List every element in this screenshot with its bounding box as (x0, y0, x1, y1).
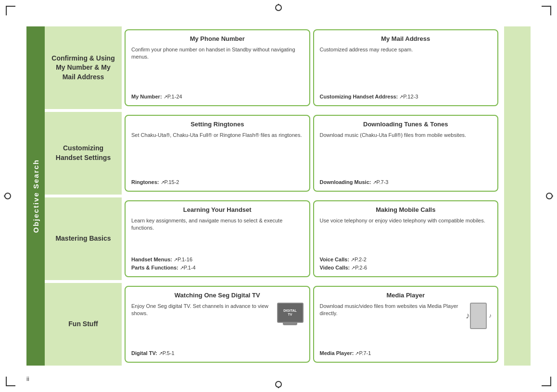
content-area: Confirming & Using My Number & My Mail A… (45, 26, 501, 366)
sidebar: Objective Search (26, 26, 45, 366)
card-desc-3-1: Download music/video files from websites… (320, 303, 461, 318)
sidebar-label: Objective Search (32, 159, 40, 233)
card-refs-2-1: Voice Calls: ↗P.2-2Video Calls: ↗P.2-6 (320, 256, 492, 271)
tv-illustration: DIGITALTV (277, 303, 304, 325)
cards-container-0: My Phone NumberConfirm your phone number… (122, 26, 501, 109)
card-refs-1-0: Ringtones: ↗P.15-2 (131, 178, 304, 186)
corner-mark-br (537, 372, 551, 386)
card-title-3-1: Media Player (320, 292, 492, 300)
category-1: Customizing Handset Settings (45, 112, 122, 195)
card-desc-2-1: Use voice telephony or enjoy video telep… (320, 217, 492, 253)
left-center-mark (4, 191, 13, 201)
card-desc-0-0: Confirm your phone number on handset in … (131, 46, 304, 90)
music-notes-icon2: ♪ (489, 312, 492, 319)
media-player-illustration: ♪ ♪ (464, 303, 492, 329)
ref-line: My Number: ↗P.1-24 (131, 93, 304, 101)
corner-mark-bl (6, 372, 20, 386)
category-2: Mastering Basics (45, 197, 122, 280)
card-3-1: Media PlayerDownload music/video files f… (313, 286, 499, 363)
page-number: ii (26, 375, 29, 382)
card-refs-1-1: Downloading Music: ↗P.7-3 (320, 178, 492, 186)
row-0: Confirming & Using My Number & My Mail A… (45, 26, 501, 109)
card-desc-1-0: Set Chaku-Uta®, Chaku-Uta Full® or Ringt… (131, 132, 304, 175)
ref-line: Voice Calls: ↗P.2-2 (320, 256, 492, 264)
row-3: Fun StuffWatching One Seg Digital TVEnjo… (45, 283, 501, 366)
ref-line: Customizing Handset Address: ↗P.12-3 (320, 93, 492, 101)
card-2-0: Learning Your HandsetLearn key assignmen… (125, 200, 310, 277)
category-label-2: Mastering Basics (55, 234, 111, 244)
card-1-1: Downloading Tunes & TonesDownload music … (313, 115, 499, 192)
card-desc-3-0: Enjoy One Seg digital TV. Set channels i… (131, 303, 277, 318)
cards-container-1: Setting RingtonesSet Chaku-Uta®, Chaku-U… (122, 112, 501, 195)
media-device-icon (470, 303, 487, 329)
right-center-mark (544, 191, 553, 201)
main-content: Objective Search Confirming & Using My N… (26, 26, 531, 366)
card-refs-0-0: My Number: ↗P.1-24 (131, 93, 304, 101)
category-label-3: Fun Stuff (68, 319, 98, 329)
card-refs-3-0: Digital TV: ↗P.5-1 (131, 349, 304, 357)
card-title-0-0: My Phone Number (131, 35, 304, 43)
card-refs-2-0: Handset Menus: ↗P.1-16Parts & Functions:… (131, 256, 304, 271)
card-refs-0-1: Customizing Handset Address: ↗P.12-3 (320, 93, 492, 101)
cards-container-2: Learning Your HandsetLearn key assignmen… (122, 197, 501, 280)
card-desc-1-1: Download music (Chaku-Uta Full®) files f… (320, 132, 492, 175)
row-2: Mastering BasicsLearning Your HandsetLea… (45, 197, 501, 280)
ref-line: Digital TV: ↗P.5-1 (131, 349, 304, 357)
ref-line: Downloading Music: ↗P.7-3 (320, 178, 492, 186)
card-title-1-1: Downloading Tunes & Tones (320, 121, 492, 129)
card-refs-3-1: Media Player: ↗P.7-1 (320, 349, 492, 357)
tv-stand (283, 323, 297, 325)
corner-mark-tl (6, 6, 20, 20)
music-notes-icon: ♪ (466, 311, 470, 321)
category-label-0: Confirming & Using My Number & My Mail A… (50, 54, 117, 82)
category-0: Confirming & Using My Number & My Mail A… (45, 26, 122, 109)
card-title-3-0: Watching One Seg Digital TV (131, 292, 304, 300)
ref-line: Video Calls: ↗P.2-6 (320, 264, 492, 272)
card-3-0: Watching One Seg Digital TVEnjoy One Seg… (125, 286, 310, 363)
card-title-0-1: My Mail Address (320, 35, 492, 43)
right-decoration (504, 26, 531, 366)
card-0-1: My Mail AddressCustomized address may re… (313, 29, 499, 106)
card-title-2-0: Learning Your Handset (131, 206, 304, 214)
category-label-1: Customizing Handset Settings (50, 144, 117, 162)
row-1: Customizing Handset SettingsSetting Ring… (45, 112, 501, 195)
card-desc-2-0: Learn key assignments, and navigate menu… (131, 217, 304, 253)
card-desc-0-1: Customized address may reduce spam. (320, 46, 492, 90)
top-center-mark (274, 4, 283, 13)
ref-line: Parts & Functions: ↗P.1-4 (131, 264, 304, 272)
card-2-1: Making Mobile CallsUse voice telephony o… (313, 200, 499, 277)
ref-line: Handset Menus: ↗P.1-16 (131, 256, 304, 264)
tv-icon: DIGITALTV (277, 303, 304, 323)
card-title-2-1: Making Mobile Calls (320, 206, 492, 214)
corner-mark-tr (537, 6, 551, 20)
card-0-0: My Phone NumberConfirm your phone number… (125, 29, 310, 106)
cards-container-3: Watching One Seg Digital TVEnjoy One Seg… (122, 283, 501, 366)
category-3: Fun Stuff (45, 283, 122, 366)
bottom-center-mark (274, 379, 283, 388)
card-title-1-0: Setting Ringtones (131, 121, 304, 129)
ref-line: Media Player: ↗P.7-1 (320, 349, 492, 357)
ref-line: Ringtones: ↗P.15-2 (131, 178, 304, 186)
card-1-0: Setting RingtonesSet Chaku-Uta®, Chaku-U… (125, 115, 310, 192)
